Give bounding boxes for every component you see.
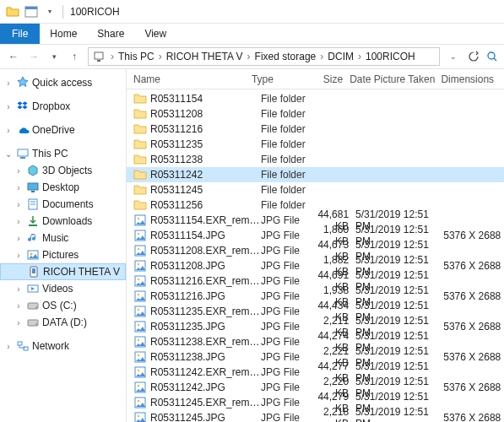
tree-item-this-pc[interactable]: ⌄This PC <box>0 145 126 162</box>
file-row[interactable]: R05311242File folder <box>127 167 504 182</box>
file-row[interactable]: R05311154File folder <box>127 91 504 106</box>
folder-icon <box>133 168 147 181</box>
chevron-icon[interactable]: › <box>3 102 14 111</box>
col-name[interactable]: Name <box>133 73 252 85</box>
up-button[interactable]: ↑ <box>64 46 84 67</box>
tree-item-network[interactable]: ›Network <box>0 338 126 354</box>
menu-view[interactable]: View <box>134 24 176 44</box>
file-row[interactable]: R05311235File folder <box>127 137 504 152</box>
chevron-icon[interactable]: › <box>14 217 24 226</box>
pc-icon <box>16 147 30 160</box>
file-type: File folder <box>261 108 308 120</box>
disk-icon <box>26 299 40 312</box>
chevron-icon[interactable]: › <box>3 342 14 351</box>
chevron-right-icon[interactable]: › <box>157 51 164 62</box>
svg-point-4 <box>488 52 495 59</box>
svg-rect-3 <box>97 60 100 62</box>
tree-item-ricoh-theta-v[interactable]: RICOH THETA V <box>0 263 126 280</box>
chevron-icon[interactable]: › <box>14 200 24 209</box>
file-name: R05311154 <box>150 93 261 105</box>
col-size[interactable]: Size <box>301 73 350 85</box>
chevron-right-icon[interactable]: › <box>318 51 325 62</box>
file-type: JPG File <box>261 321 308 333</box>
file-row[interactable]: R05311238File folder <box>127 152 504 167</box>
svg-point-38 <box>138 309 139 311</box>
col-type[interactable]: Type <box>252 73 301 85</box>
menu-home[interactable]: Home <box>40 24 87 44</box>
file-row[interactable]: R05311245.JPGJPG File2,218 KB5/31/2019 1… <box>127 410 504 422</box>
tree-item-data-d-[interactable]: ›DATA (D:) <box>0 314 126 331</box>
menu-file[interactable]: File <box>0 24 40 44</box>
chevron-icon[interactable]: › <box>14 166 24 176</box>
file-row[interactable]: R05311216File folder <box>127 122 504 137</box>
music-icon <box>26 231 40 245</box>
menu-share[interactable]: Share <box>87 24 134 44</box>
tree-item-quick-access[interactable]: ›Quick access <box>0 74 126 91</box>
jpg-icon <box>133 305 147 318</box>
forward-button[interactable]: → <box>24 46 44 67</box>
tree-item-pictures[interactable]: ›Pictures <box>0 246 126 263</box>
tree-label: Quick access <box>32 77 92 89</box>
chevron-icon[interactable]: › <box>14 251 24 260</box>
file-type: JPG File <box>261 397 308 408</box>
svg-rect-7 <box>20 157 25 159</box>
file-name: R05311208 <box>150 108 261 120</box>
breadcrumb-segment[interactable]: 100RICOH <box>363 51 418 62</box>
tree-item-videos[interactable]: ›Videos <box>0 280 126 297</box>
address-bar[interactable]: › This PC › RICOH THETA V › Fixed storag… <box>88 47 440 66</box>
tree-item-onedrive[interactable]: ›OneDrive <box>0 122 126 138</box>
svg-point-52 <box>138 415 139 417</box>
svg-point-32 <box>138 263 139 265</box>
svg-point-46 <box>138 370 139 371</box>
tree-item-desktop[interactable]: ›Desktop <box>0 179 126 196</box>
refresh-button[interactable] <box>463 51 484 62</box>
navbar: ← → ▾ ↑ › This PC › RICOH THETA V › Fixe… <box>0 44 504 69</box>
video-icon <box>26 282 40 295</box>
chevron-icon[interactable]: ⌄ <box>3 149 14 159</box>
jpg-icon <box>133 411 147 422</box>
tree-item-music[interactable]: ›Music <box>0 230 126 246</box>
tree-item-3d-objects[interactable]: ›3D Objects <box>0 162 126 179</box>
breadcrumb-segment[interactable]: DCIM <box>325 51 356 62</box>
svg-point-30 <box>138 248 139 250</box>
chevron-icon[interactable]: › <box>14 301 24 311</box>
jpg-icon <box>133 381 147 394</box>
file-row[interactable]: R05311245File folder <box>127 182 504 197</box>
file-type: JPG File <box>261 290 308 302</box>
star-icon <box>16 76 30 89</box>
tree-item-documents[interactable]: ›Documents <box>0 196 126 213</box>
tree-item-os-c-[interactable]: ›OS (C:) <box>0 297 126 314</box>
jpg-icon <box>133 365 147 379</box>
chevron-icon[interactable]: › <box>14 183 24 192</box>
back-button[interactable]: ← <box>3 46 24 67</box>
menubar: File Home Share View <box>0 24 504 44</box>
breadcrumb-segment[interactable]: This PC <box>116 51 157 62</box>
chevron-icon[interactable]: › <box>14 318 24 327</box>
file-type: File folder <box>261 123 308 135</box>
dropdown-icon[interactable]: ▾ <box>43 5 57 19</box>
recent-button[interactable]: ▾ <box>44 46 64 67</box>
chevron-icon[interactable]: › <box>3 126 14 135</box>
chevron-right-icon[interactable]: › <box>356 51 363 62</box>
svg-point-40 <box>138 324 139 326</box>
chevron-right-icon[interactable]: › <box>246 51 252 62</box>
chevron-right-icon[interactable]: › <box>109 51 116 62</box>
file-row[interactable]: R05311208File folder <box>127 106 504 122</box>
tree-label: OS (C:) <box>42 300 77 311</box>
net-icon <box>16 339 30 353</box>
breadcrumb-segment[interactable]: RICOH THETA V <box>164 51 246 62</box>
tree-item-dropbox[interactable]: ›Dropbox <box>0 98 126 115</box>
tree-label: Dropbox <box>32 100 70 112</box>
breadcrumb-segment[interactable]: Fixed storage <box>252 51 319 62</box>
chevron-icon[interactable]: › <box>3 78 14 88</box>
file-dimensions: 5376 X 2688 <box>443 321 504 333</box>
file-list: Name Type Size Date Picture Taken Dimens… <box>127 69 504 422</box>
file-name: R05311242.EXR_removethis.JPG <box>150 366 261 378</box>
address-dropdown[interactable]: ⌄ <box>443 52 463 61</box>
col-dimensions[interactable]: Dimensions <box>441 73 504 85</box>
col-date[interactable]: Date Picture Taken <box>350 73 441 85</box>
chevron-icon[interactable]: › <box>14 284 24 294</box>
chevron-icon[interactable]: › <box>14 234 24 243</box>
tree-item-downloads[interactable]: ›Downloads <box>0 213 126 230</box>
search-icon[interactable] <box>484 51 501 62</box>
